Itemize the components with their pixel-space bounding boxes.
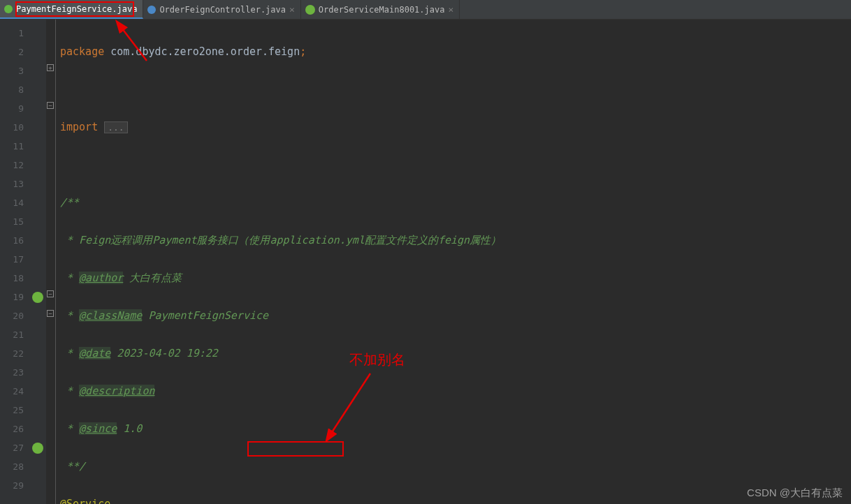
tab-order-service-main[interactable]: OrderServiceMain8001.java × (301, 0, 460, 19)
tab-payment-feign-service[interactable]: PaymentFeignService.java (0, 0, 143, 19)
keyword: import (60, 121, 104, 133)
tab-label: PaymentFeignService.java (16, 4, 137, 14)
fold-toggle-icon[interactable]: − (47, 310, 54, 317)
javadoc-end: **/ (60, 460, 85, 473)
tab-label: OrderFeignController.java (159, 5, 286, 15)
fold-toggle-icon[interactable]: − (47, 102, 54, 109)
line-number: 21 (0, 325, 24, 344)
fold-gutter: + − − − (46, 20, 56, 504)
line-number: 14 (0, 193, 24, 212)
code-area[interactable]: package com.dbydc.zero2one.order.feign; … (56, 20, 767, 504)
editor-area: 1 2 3 8 9 10 11 12 13 14 15 16 17 18 19 … (0, 20, 851, 504)
line-number: 17 (0, 250, 24, 269)
line-number: 24 (0, 382, 24, 401)
spring-icon (305, 5, 315, 15)
line-number: 23 (0, 363, 24, 382)
javadoc-line: * Feign远程调用Payment服务接口（使用application.yml… (60, 234, 501, 246)
line-number: 19 (0, 288, 24, 306)
watermark: CSDN @大白有点菜 (747, 487, 843, 500)
java-icon (4, 5, 13, 13)
package-path: com.dbydc.zero2one.order.feign (110, 45, 300, 58)
line-number: 20 (0, 306, 24, 325)
line-number: 16 (0, 231, 24, 250)
line-number: 3 (0, 61, 24, 80)
javadoc-text: PaymentFeignService (142, 309, 268, 322)
line-number: 10 (0, 118, 24, 137)
javadoc-prefix: * (60, 385, 79, 397)
line-number-gutter: 1 2 3 8 9 10 11 12 13 14 15 16 17 18 19 … (0, 20, 29, 504)
semicolon: ; (300, 45, 306, 58)
keyword: package (60, 45, 110, 58)
javadoc-tag-author: @author (79, 272, 123, 284)
line-number: 29 (0, 476, 24, 495)
line-number: 13 (0, 175, 24, 193)
line-number: 26 (0, 420, 24, 438)
javadoc-prefix: * (60, 347, 79, 360)
line-number: 18 (0, 269, 24, 288)
spring-icon[interactable] (32, 292, 43, 303)
close-icon[interactable]: × (448, 4, 453, 15)
line-number: 28 (0, 457, 24, 476)
javadoc-start: /** (60, 196, 79, 209)
line-number: 9 (0, 99, 24, 118)
tab-label: OrderServiceMain8001.java (319, 5, 445, 15)
javadoc-tag-date: @date (79, 347, 110, 360)
javadoc-text: 大白有点菜 (123, 272, 182, 284)
javadoc-text: 2023-04-02 19:22 (110, 347, 218, 360)
line-number: 1 (0, 24, 24, 43)
javadoc-text: 1.0 (117, 422, 142, 435)
javadoc-tag-classname: @className (79, 309, 142, 322)
line-number: 22 (0, 344, 24, 363)
javadoc-prefix: * (60, 422, 79, 435)
folded-region[interactable]: ... (104, 121, 127, 133)
tab-order-feign-controller[interactable]: OrderFeignController.java × (143, 0, 300, 19)
fold-toggle-icon[interactable]: − (47, 290, 54, 297)
fold-toggle-icon[interactable]: + (47, 64, 54, 71)
line-number: 27 (0, 438, 24, 457)
javadoc-prefix: * (60, 309, 79, 322)
line-number: 2 (0, 43, 24, 61)
line-number: 11 (0, 137, 24, 156)
gutter-icons (29, 20, 46, 504)
spring-icon[interactable] (32, 443, 43, 454)
class-icon (147, 6, 156, 14)
line-number: 8 (0, 80, 24, 99)
line-number: 25 (0, 401, 24, 420)
editor-tab-bar: PaymentFeignService.java OrderFeignContr… (0, 0, 851, 20)
javadoc-prefix: * (60, 272, 79, 284)
javadoc-tag-description: @description (79, 385, 154, 397)
line-number: 12 (0, 156, 24, 175)
close-icon[interactable]: × (289, 4, 295, 15)
annotation-service: @Service (60, 498, 110, 504)
javadoc-tag-since: @since (79, 422, 117, 435)
line-number: 15 (0, 212, 24, 231)
